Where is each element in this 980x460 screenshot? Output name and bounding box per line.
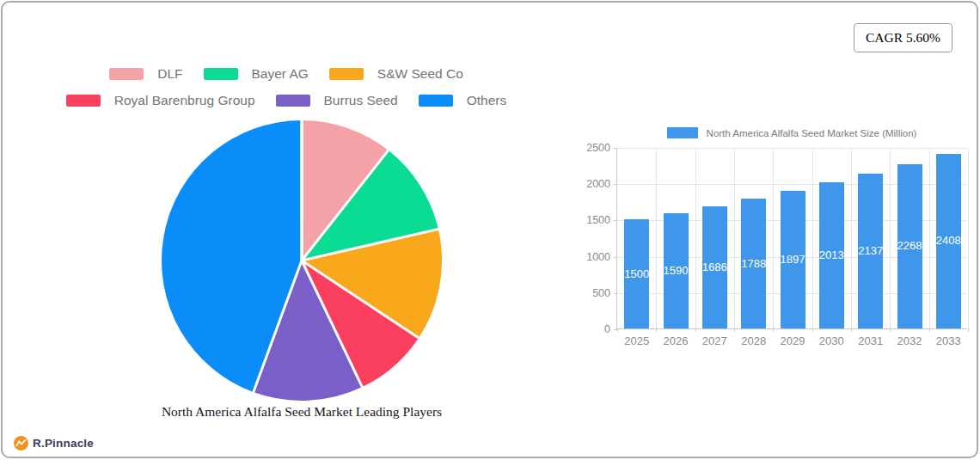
- y-axis-label: 500: [581, 287, 610, 299]
- report-card: CAGR 5.60% DLFBayer AGS&W Seed CoRoyal B…: [1, 1, 978, 458]
- pie-legend: DLFBayer AGS&W Seed CoRoyal Barenbrug Gr…: [28, 66, 544, 108]
- x-axis-label: 2033: [929, 334, 968, 347]
- legend-item-dlf[interactable]: DLF: [109, 66, 182, 82]
- legend-item-royal-barenbrug-group[interactable]: Royal Barenbrug Group: [66, 93, 255, 108]
- pie-chart-section: DLFBayer AGS&W Seed CoRoyal Barenbrug Gr…: [3, 3, 570, 458]
- axis-tick: [614, 184, 617, 185]
- axis-tick: [695, 328, 696, 332]
- legend-item-label: Others: [467, 93, 507, 108]
- bar-value-label: 2268: [891, 239, 929, 252]
- gridline: [734, 148, 735, 328]
- axis-tick: [851, 328, 852, 332]
- legend-swatch-icon: [109, 68, 144, 80]
- pie-chart-title: North America Alfalfa Seed Market Leadin…: [160, 404, 444, 420]
- y-axis-label: 1500: [581, 214, 610, 226]
- bar-plot-area: 0500100015002000250015002025159020261686…: [616, 148, 967, 329]
- bar-value-label: 1686: [695, 261, 734, 273]
- legend-swatch-icon: [204, 68, 238, 80]
- pie-chart: [160, 119, 444, 402]
- legend-item-label: DLF: [157, 66, 182, 82]
- bar-value-label: 2408: [929, 234, 968, 247]
- bar-legend-swatch-icon: [667, 127, 698, 138]
- axis-tick: [614, 293, 617, 294]
- legend-item-s-w-seed-co[interactable]: S&W Seed Co: [329, 66, 463, 82]
- y-axis-label: 2500: [581, 142, 610, 154]
- bar-2030[interactable]: 2013: [819, 182, 844, 328]
- legend-item-label: Bayer AG: [252, 66, 309, 82]
- bar-2026[interactable]: 1590: [664, 213, 689, 328]
- axis-tick: [617, 328, 618, 332]
- x-axis-label: 2028: [734, 334, 773, 347]
- gridline: [812, 148, 813, 328]
- bar-2033[interactable]: 2408: [936, 154, 961, 328]
- x-axis-label: 2030: [812, 334, 851, 347]
- bar-legend-label: North America Alfalfa Seed Market Size (…: [707, 128, 917, 138]
- cagr-badge: CAGR 5.60%: [854, 23, 952, 52]
- bar-value-label: 2013: [812, 248, 851, 261]
- bar-2025[interactable]: 1500: [624, 219, 649, 328]
- legend-item-label: S&W Seed Co: [377, 66, 463, 82]
- gridline: [851, 148, 852, 328]
- gridline: [695, 148, 696, 328]
- bar-2027[interactable]: 1686: [702, 206, 727, 328]
- y-axis-label: 1000: [581, 251, 610, 263]
- bar-value-label: 1590: [657, 264, 695, 277]
- x-axis-label: 2026: [656, 334, 695, 347]
- legend-item-label: Burrus Seed: [324, 93, 398, 108]
- axis-tick: [734, 328, 735, 332]
- x-axis-label: 2029: [773, 334, 812, 347]
- legend-swatch-icon: [276, 95, 310, 107]
- legend-item-burrus-seed[interactable]: Burrus Seed: [276, 93, 398, 108]
- axis-tick: [614, 220, 617, 221]
- bar-value-label: 1897: [774, 253, 812, 266]
- bar-2032[interactable]: 2268: [897, 164, 922, 328]
- x-axis-label: 2025: [617, 334, 656, 347]
- axis-tick: [929, 328, 930, 332]
- gridline: [968, 148, 969, 328]
- legend-swatch-icon: [66, 95, 101, 107]
- axis-tick: [614, 148, 617, 149]
- bar-chart-section: North America Alfalfa Seed Market Size (…: [596, 123, 978, 364]
- legend-item-others[interactable]: Others: [419, 93, 507, 108]
- bar-legend[interactable]: North America Alfalfa Seed Market Size (…: [616, 127, 967, 138]
- x-axis-label: 2031: [851, 334, 890, 347]
- legend-swatch-icon: [329, 68, 364, 80]
- legend-item-bayer-ag[interactable]: Bayer AG: [204, 66, 309, 82]
- bar-2029[interactable]: 1897: [781, 191, 805, 328]
- x-axis-label: 2032: [890, 334, 928, 347]
- y-axis-label: 0: [581, 323, 610, 335]
- x-axis-label: 2027: [695, 334, 734, 347]
- legend-swatch-icon: [419, 95, 453, 107]
- gridline: [890, 148, 891, 328]
- y-axis-label: 2000: [581, 178, 610, 190]
- brand-name: R.Pinnacle: [33, 437, 94, 450]
- gridline: [773, 148, 774, 328]
- gridline: [656, 148, 657, 328]
- gridline: [617, 148, 967, 149]
- axis-tick: [773, 328, 774, 332]
- legend-item-label: Royal Barenbrug Group: [114, 93, 255, 108]
- axis-tick: [614, 257, 617, 258]
- axis-tick: [890, 328, 891, 332]
- bar-2031[interactable]: 2137: [858, 174, 883, 328]
- axis-tick: [968, 328, 969, 332]
- axis-tick: [656, 328, 657, 332]
- zigzag-chart-icon: [14, 436, 28, 451]
- pie-svg: [160, 119, 444, 402]
- bar-value-label: 2137: [851, 244, 890, 257]
- bar-value-label: 1788: [734, 257, 773, 270]
- bar-value-label: 1500: [617, 267, 656, 280]
- bar-2028[interactable]: 1788: [741, 199, 766, 328]
- brand-logo[interactable]: R.Pinnacle: [14, 436, 94, 451]
- axis-tick: [812, 328, 813, 332]
